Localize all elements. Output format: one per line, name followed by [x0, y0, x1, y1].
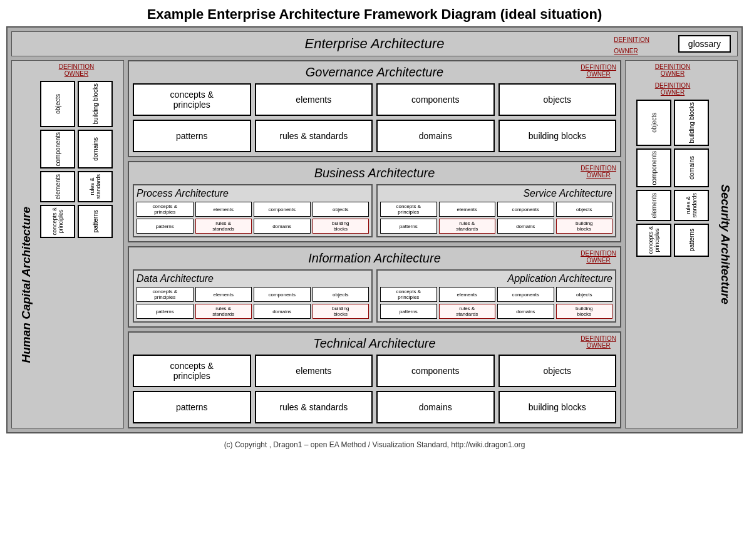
data-building-blocks: buildingblocks	[313, 304, 369, 319]
tech-objects: objects	[498, 355, 617, 387]
left-patterns-1: patterns	[78, 205, 113, 238]
data-grid: concepts &principles elements components…	[137, 287, 369, 319]
governance-def-owner: DEFINITIONOWNER	[581, 64, 616, 78]
application-grid: concepts &principles elements components…	[380, 287, 612, 319]
data-patterns: patterns	[137, 304, 194, 319]
left-row-2: components domains	[32, 130, 121, 169]
left-row-4: concepts &principles patterns	[32, 205, 121, 238]
technical-grid: concepts &principles elements components…	[133, 355, 616, 423]
footer: (c) Copyright , Dragon1 – open EA Method…	[0, 437, 749, 453]
left-rules-1: rules &standards	[78, 171, 113, 202]
app-elements: elements	[439, 287, 496, 302]
left-components-1: components	[40, 130, 75, 169]
right-def-owner-top: DEFINITIONOWNER	[628, 63, 717, 77]
technical-title: Technical Architecture	[133, 336, 616, 351]
left-building-blocks-1: building blocks	[78, 81, 113, 127]
information-block: Information Architecture DEFINITIONOWNER…	[128, 246, 621, 328]
left-concepts-1: concepts &principles	[40, 205, 75, 238]
technical-block: Technical Architecture DEFINITIONOWNER c…	[128, 331, 621, 428]
tech-domains: domains	[376, 391, 495, 423]
left-row-3: elements rules &standards	[32, 171, 121, 202]
right-building-blocks-1: building blocks	[674, 100, 709, 146]
data-objects: objects	[313, 287, 369, 302]
business-block: Business Architecture DEFINITIONOWNER Pr…	[128, 161, 621, 242]
data-domains: domains	[254, 304, 311, 319]
right-sidebar-label: Security Architecture	[718, 184, 732, 304]
page-title: Example Enterprise Architecture Framewor…	[0, 0, 749, 26]
svc-objects: objects	[556, 202, 613, 217]
gov-concepts: concepts &principles	[133, 83, 251, 116]
proc-concepts: concepts &principles	[137, 202, 194, 217]
left-objects-1: objects	[40, 81, 75, 127]
governance-block: Governance Architecture DEFINITIONOWNER …	[128, 60, 621, 157]
tech-elements: elements	[255, 355, 373, 387]
application-title: Application Architecture	[380, 273, 612, 284]
right-rules-1: rules &standards	[674, 190, 709, 221]
gov-components: components	[376, 83, 495, 116]
proc-patterns: patterns	[137, 219, 194, 234]
svc-elements: elements	[439, 202, 496, 217]
svc-rules: rules &standards	[439, 219, 496, 234]
right-components-1: components	[636, 148, 671, 187]
right-patterns-1: patterns	[674, 224, 709, 257]
app-objects: objects	[556, 287, 613, 302]
right-row-3: elements rules &standards	[628, 190, 717, 221]
proc-building-blocks: buildingblocks	[313, 219, 369, 234]
app-components: components	[497, 287, 554, 302]
gov-rules: rules & standards	[255, 120, 373, 152]
right-concepts-1: concepts &principles	[636, 224, 671, 257]
gov-objects: objects	[498, 83, 617, 116]
data-elements: elements	[195, 287, 252, 302]
glossary-button[interactable]: glossary	[678, 35, 731, 53]
center-content: Governance Architecture DEFINITIONOWNER …	[128, 60, 621, 428]
proc-components: components	[254, 202, 311, 217]
data-rules: rules &standards	[195, 304, 252, 319]
process-title: Process Architecture	[137, 188, 369, 199]
proc-elements: elements	[195, 202, 252, 217]
gov-patterns: patterns	[133, 120, 251, 152]
left-row-1: objects building blocks	[32, 81, 121, 127]
ea-title: Enterprise Architecture	[305, 36, 445, 52]
gov-domains: domains	[376, 120, 495, 152]
ea-header: Enterprise Architecture glossary DEFINIT…	[11, 31, 738, 56]
tech-concepts: concepts &principles	[133, 355, 251, 387]
process-block: Process Architecture concepts &principle…	[133, 184, 373, 237]
left-sidebar: Human Capital Architecture DEFINITIONOWN…	[11, 60, 124, 428]
data-title: Data Architecture	[137, 273, 369, 284]
diagram-wrapper: Enterprise Architecture glossary DEFINIT…	[6, 26, 743, 433]
app-domains: domains	[497, 304, 554, 319]
proc-rules: rules &standards	[195, 219, 252, 234]
governance-title: Governance Architecture	[133, 65, 616, 80]
information-def-owner: DEFINITIONOWNER	[581, 250, 616, 264]
left-sidebar-inner: DEFINITIONOWNER objects building blocks …	[32, 63, 121, 238]
tech-rules: rules & standards	[255, 391, 373, 423]
svc-components: components	[497, 202, 554, 217]
left-sidebar-label: Human Capital Architecture	[19, 207, 33, 363]
process-grid: concepts &principles elements components…	[137, 202, 369, 234]
right-row-1: objects building blocks	[628, 100, 717, 146]
left-def-owner: DEFINITIONOWNER	[32, 63, 121, 77]
app-rules: rules &standards	[439, 304, 496, 319]
app-patterns: patterns	[380, 304, 437, 319]
right-elements-1: elements	[636, 190, 671, 221]
business-def-owner: DEFINITIONOWNER	[581, 165, 616, 179]
service-title: Service Architecture	[380, 188, 612, 199]
right-objects-1: objects	[636, 100, 671, 146]
left-elements-1: elements	[40, 171, 75, 202]
app-concepts: concepts &principles	[380, 287, 437, 302]
svc-domains: domains	[497, 219, 554, 234]
business-inner: Process Architecture concepts &principle…	[133, 184, 616, 237]
information-inner: Data Architecture concepts &principles e…	[133, 269, 616, 323]
right-row-2: components domains	[628, 148, 717, 187]
ea-def-owner: DEFINITIONOWNER	[614, 33, 649, 56]
business-title: Business Architecture	[133, 166, 616, 180]
right-def-owner-2: DEFINITIONOWNER	[628, 82, 717, 96]
right-sidebar-inner: DEFINITIONOWNER DEFINITIONOWNER objects …	[628, 63, 717, 257]
technical-def-owner: DEFINITIONOWNER	[581, 335, 616, 349]
main-layout: Human Capital Architecture DEFINITIONOWN…	[11, 60, 738, 428]
information-title: Information Architecture	[133, 251, 616, 266]
proc-domains: domains	[254, 219, 311, 234]
service-grid: concepts &principles elements components…	[380, 202, 612, 234]
tech-patterns: patterns	[133, 391, 251, 423]
proc-objects: objects	[313, 202, 369, 217]
